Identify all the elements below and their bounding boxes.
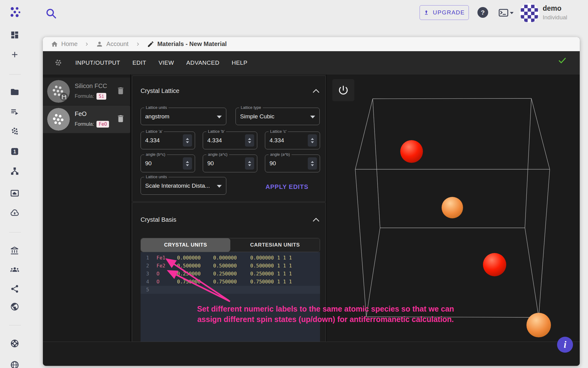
stepper-control[interactable] — [308, 134, 317, 147]
basis-code-editor[interactable]: 1Fe10.0000000.0000000.0000001 1 1 2Fe20.… — [141, 252, 320, 342]
field-label: Lattice units — [144, 105, 168, 110]
delete-material-icon[interactable] — [116, 86, 125, 96]
material-avatar — [47, 80, 70, 103]
scale-units-select[interactable]: Lattice units Scale Interatomic Dista... — [141, 177, 226, 195]
caret-up-icon — [311, 161, 314, 163]
pencil-icon — [147, 40, 154, 48]
breadcrumb-home[interactable]: Home — [51, 40, 77, 48]
sidebar-item-materials-icon[interactable] — [10, 127, 19, 136]
chevron-right-icon — [84, 42, 89, 47]
lattice-a-input[interactable]: Lattice 'a' 4.334 — [141, 132, 195, 149]
chevron-down-icon — [510, 12, 514, 14]
3d-viewer-panel[interactable] — [326, 75, 580, 342]
materials-designer-window: Home Account Materials - New Material IN… — [43, 37, 580, 366]
menu-input-output[interactable]: INPUT/OUTPUT — [75, 59, 120, 66]
stepper-control[interactable] — [308, 157, 317, 170]
caret-down-icon — [217, 116, 222, 118]
sidebar-item-team-icon[interactable] — [10, 265, 19, 274]
sidebar-item-folder-icon[interactable] — [10, 87, 19, 97]
material-item-feo[interactable]: FeO Formula: FeO — [43, 105, 130, 133]
app-logo-icon[interactable] — [9, 6, 21, 18]
chevron-up-icon[interactable] — [313, 217, 319, 222]
terminal-menu-button[interactable] — [499, 9, 514, 17]
save-check-icon[interactable] — [557, 56, 567, 65]
upgrade-button[interactable]: UPGRADE — [420, 5, 469, 20]
atom-o-sphere — [442, 197, 463, 218]
sidebar-item-add-icon[interactable] — [10, 50, 19, 59]
sidebar-item-globe-partial-icon[interactable] — [10, 360, 19, 368]
lattice-b-input[interactable]: Lattice 'b' 4.334 — [203, 132, 257, 149]
caret-up-icon — [186, 161, 189, 163]
angle-beta-input[interactable]: angle (a^c) 90 — [203, 155, 257, 172]
delete-material-icon[interactable] — [116, 113, 125, 124]
info-button[interactable]: i — [557, 337, 573, 353]
field-label: angle (a^b) — [269, 152, 292, 157]
help-button[interactable]: ? — [477, 7, 488, 18]
atom-fe1-sphere — [400, 140, 423, 163]
field-value: angstrom — [145, 113, 169, 120]
designer-dots-icon — [54, 58, 63, 67]
material-item-silicon-fcc[interactable]: Silicon FCC Formula: Si — [43, 78, 130, 105]
lattice-units-select[interactable]: Lattice units angstrom — [141, 108, 226, 125]
sidebar-item-support-icon[interactable] — [10, 339, 19, 348]
field-label: angle (a^c) — [206, 152, 229, 157]
code-line: 4O0.7500000.7500000.7500001 1 1 — [141, 278, 320, 286]
chevron-up-icon[interactable] — [313, 88, 319, 94]
breadcrumb-label: Home — [61, 40, 77, 48]
menu-help[interactable]: HELP — [232, 59, 247, 66]
menu-advanced[interactable]: ADVANCED — [186, 59, 219, 66]
code-line: 3O0.2500000.2500000.2500001 1 1 — [141, 270, 320, 278]
field-value: Simple Cubic — [240, 113, 274, 120]
stepper-control[interactable] — [183, 134, 192, 147]
code-line-current: 5 — [141, 286, 320, 294]
caret-up-icon — [311, 138, 314, 140]
home-icon — [51, 40, 58, 48]
tab-crystal-units[interactable]: CRYSTAL UNITS — [141, 238, 230, 252]
menubar: INPUT/OUTPUT EDIT VIEW ADVANCED HELP — [43, 51, 580, 75]
field-value: Scale Interatomic Dista... — [145, 182, 210, 189]
breadcrumb-account[interactable]: Account — [96, 40, 128, 48]
field-value: 90 — [207, 160, 214, 167]
lattice-c-input[interactable]: Lattice 'c' 4.334 — [265, 132, 320, 149]
search-icon[interactable] — [45, 8, 57, 19]
sidebar-item-workflows-icon[interactable] — [10, 167, 19, 176]
material-name: FeO — [75, 110, 87, 117]
field-value: 4.334 — [270, 137, 284, 144]
sidebar-item-cloud-upload-icon[interactable] — [10, 209, 19, 218]
angle-gamma-input[interactable]: angle (a^b) 90 — [265, 155, 320, 172]
upload-icon — [424, 10, 429, 16]
sidebar-item-organization-icon[interactable] — [10, 246, 19, 255]
sidebar-item-jobs-icon[interactable] — [10, 107, 19, 116]
person-icon — [96, 40, 103, 48]
sidebar-item-dashboard-icon[interactable] — [10, 30, 19, 40]
sidebar-item-web-icon[interactable] — [10, 302, 19, 311]
question-mark-icon: ? — [481, 9, 485, 16]
sidebar-item-share-icon[interactable] — [10, 284, 19, 293]
field-label: Lattice 'a' — [144, 129, 164, 134]
sidebar-item-unit-icon[interactable]: 1 — [10, 147, 19, 156]
sidebar-item-media-icon[interactable] — [10, 189, 19, 198]
caret-down-icon — [311, 164, 314, 166]
identicon — [520, 3, 539, 23]
field-value: 4.334 — [145, 137, 160, 144]
crystal-lattice-section: Crystal Lattice Lattice units angstrom L… — [132, 75, 326, 202]
menu-edit[interactable]: EDIT — [132, 59, 146, 66]
angle-alpha-input[interactable]: angle (b^c) 90 — [141, 155, 195, 172]
tab-cartesian-units[interactable]: CARTESIAN UNITS — [230, 238, 320, 252]
formula-label: Formula: — [75, 94, 94, 99]
lattice-type-select[interactable]: Lattice type Simple Cubic — [236, 108, 320, 125]
user-avatar[interactable] — [520, 3, 539, 23]
caret-down-icon — [186, 141, 189, 143]
stepper-control[interactable] — [245, 157, 254, 170]
formula-label: Formula: — [75, 121, 94, 127]
apply-edits-button[interactable]: APPLY EDITS — [255, 181, 319, 193]
content-area: Silicon FCC Formula: Si FeO Formula: FeO — [43, 75, 580, 342]
basis-units-tabs: CRYSTAL UNITS CARTESIAN UNITS — [141, 238, 320, 252]
page-title: Materials - New Material — [157, 40, 227, 48]
menu-view[interactable]: VIEW — [159, 59, 174, 66]
stepper-control[interactable] — [245, 134, 254, 147]
stepper-control[interactable] — [183, 157, 192, 170]
caret-down-icon — [310, 116, 315, 118]
breadcrumb: Home Account Materials - New Material — [43, 37, 580, 51]
material-avatar — [47, 108, 70, 131]
